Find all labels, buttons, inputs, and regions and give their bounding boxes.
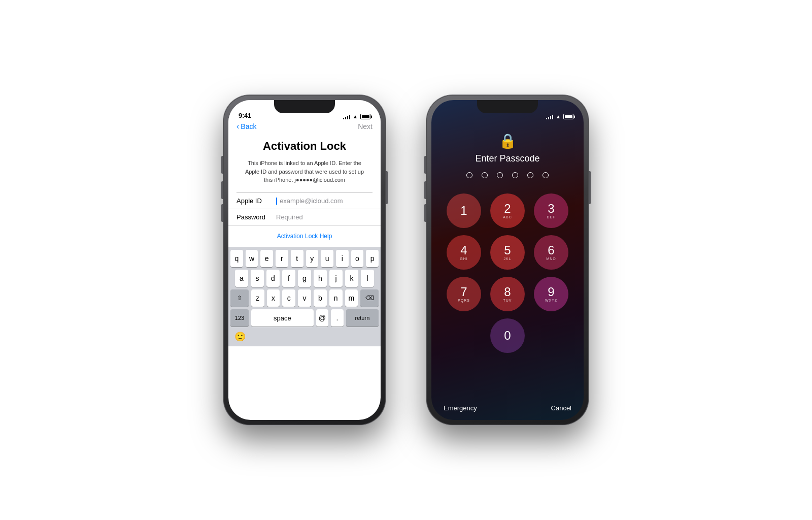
key-v[interactable]: v <box>298 289 311 307</box>
signal-icon <box>343 114 351 119</box>
back-button[interactable]: ‹ Back <box>236 122 256 131</box>
key-backspace[interactable]: ⌫ <box>360 289 379 307</box>
passcode-dot-4 <box>512 172 518 178</box>
key-space[interactable]: space <box>251 309 314 327</box>
key-q[interactable]: q <box>230 250 243 267</box>
kb-row-1: q w e r t y u i o p <box>230 250 379 267</box>
num-digit-9: 9 <box>548 286 554 298</box>
key-e[interactable]: e <box>260 250 273 267</box>
emoji-key[interactable]: 🙂 <box>234 331 246 342</box>
phone-2-notch <box>477 100 538 113</box>
num-btn-1[interactable]: 1 <box>447 193 481 228</box>
passcode-dots <box>466 172 549 178</box>
numpad: 1 2 ABC 3 DEF 4 GHI <box>447 193 568 399</box>
key-k[interactable]: k <box>345 270 358 287</box>
key-t[interactable]: t <box>291 250 303 267</box>
key-d[interactable]: d <box>266 270 280 287</box>
numpad-row-2: 4 GHI 5 JKL 6 MNO <box>447 235 568 270</box>
num-btn-0[interactable]: 0 <box>490 318 525 353</box>
battery-icon <box>360 114 370 119</box>
num-letters-8: TUV <box>503 299 512 302</box>
num-digit-2: 2 <box>504 203 511 215</box>
activation-title: Activation Lock <box>228 135 381 159</box>
num-digit-4: 4 <box>460 244 467 256</box>
activation-lock-help[interactable]: Activation Lock Help <box>228 225 381 247</box>
kb-emoji-row: 🙂 <box>230 329 379 344</box>
chevron-left-icon: ‹ <box>236 122 239 131</box>
nav-bar: ‹ Back Next <box>228 122 381 135</box>
apple-id-placeholder: example@icloud.com <box>280 197 343 205</box>
num-digit-3: 3 <box>548 203 554 215</box>
key-h[interactable]: h <box>314 270 327 287</box>
emergency-button[interactable]: Emergency <box>444 404 477 412</box>
signal-icon-dark <box>546 114 554 119</box>
num-letters-7: PQRS <box>458 299 470 302</box>
apple-id-field[interactable]: Apple ID example@icloud.com <box>228 193 381 210</box>
key-p[interactable]: p <box>366 250 379 267</box>
cursor <box>276 198 277 205</box>
key-x[interactable]: x <box>267 289 280 307</box>
num-digit-0: 0 <box>504 330 511 342</box>
phone-1-inner: 9:41 ▲ ‹ Back Next <box>228 100 381 420</box>
num-btn-6[interactable]: 6 MNO <box>534 235 568 270</box>
lock-icon: 🔒 <box>499 133 517 149</box>
key-return[interactable]: return <box>346 309 379 327</box>
battery-fill-dark <box>565 115 572 118</box>
num-btn-8[interactable]: 8 TUV <box>490 277 525 311</box>
wifi-icon: ▲ <box>353 114 358 119</box>
key-j[interactable]: j <box>329 270 343 287</box>
password-input[interactable]: Required <box>272 213 373 221</box>
num-btn-3[interactable]: 3 DEF <box>534 193 568 228</box>
key-u[interactable]: u <box>321 250 333 267</box>
key-w[interactable]: w <box>246 250 258 267</box>
password-label: Password <box>236 213 272 221</box>
key-r[interactable]: r <box>276 250 288 267</box>
status-icons-dark: ▲ <box>546 114 573 119</box>
num-btn-4[interactable]: 4 GHI <box>447 235 481 270</box>
passcode-bottom-bar: Emergency Cancel <box>431 399 584 420</box>
key-i[interactable]: i <box>336 250 349 267</box>
passcode-dot-3 <box>497 172 503 178</box>
passcode-dot-2 <box>482 172 488 178</box>
status-time: 9:41 <box>239 112 251 119</box>
cancel-button[interactable]: Cancel <box>551 404 571 412</box>
num-digit-8: 8 <box>504 286 511 298</box>
kb-row-2: a s d f g h j k l <box>230 270 379 287</box>
key-g[interactable]: g <box>298 270 311 287</box>
wifi-icon-dark: ▲ <box>556 114 561 119</box>
passcode-title: Enter Passcode <box>475 153 539 164</box>
num-btn-2[interactable]: 2 ABC <box>490 193 525 228</box>
keyboard: q w e r t y u i o p a s <box>228 247 381 346</box>
phone-2-inner: ▲ 🔒 Enter Passcode <box>431 100 584 420</box>
numpad-row-3: 7 PQRS 8 TUV 9 WXYZ <box>447 277 568 311</box>
back-label: Back <box>241 122 256 131</box>
key-z[interactable]: z <box>251 289 264 307</box>
num-btn-5[interactable]: 5 JKL <box>490 235 525 270</box>
key-shift[interactable]: ⇧ <box>230 289 249 307</box>
key-y[interactable]: y <box>306 250 319 267</box>
num-btn-9[interactable]: 9 WXYZ <box>534 277 568 311</box>
key-b[interactable]: b <box>314 289 327 307</box>
key-m[interactable]: m <box>345 289 358 307</box>
num-digit-6: 6 <box>548 244 554 256</box>
key-c[interactable]: c <box>282 289 295 307</box>
password-field[interactable]: Password Required <box>228 209 381 225</box>
num-letters-5: JKL <box>503 257 511 261</box>
activation-desc: This iPhone is linked to an Apple ID. En… <box>228 159 381 192</box>
status-icons: ▲ <box>343 114 370 119</box>
key-at[interactable]: @ <box>316 309 329 327</box>
key-f[interactable]: f <box>282 270 295 287</box>
next-button[interactable]: Next <box>358 122 373 131</box>
key-numbers[interactable]: 123 <box>230 309 249 327</box>
key-s[interactable]: s <box>251 270 264 287</box>
key-a[interactable]: a <box>235 270 248 287</box>
key-dot[interactable]: . <box>331 309 344 327</box>
activation-content: Activation Lock This iPhone is linked to… <box>228 135 381 420</box>
key-n[interactable]: n <box>329 289 343 307</box>
key-l[interactable]: l <box>361 270 374 287</box>
key-o[interactable]: o <box>351 250 364 267</box>
password-placeholder: Required <box>276 213 303 221</box>
passcode-dot-1 <box>466 172 472 178</box>
apple-id-input[interactable]: example@icloud.com <box>272 197 373 205</box>
num-btn-7[interactable]: 7 PQRS <box>447 277 481 311</box>
